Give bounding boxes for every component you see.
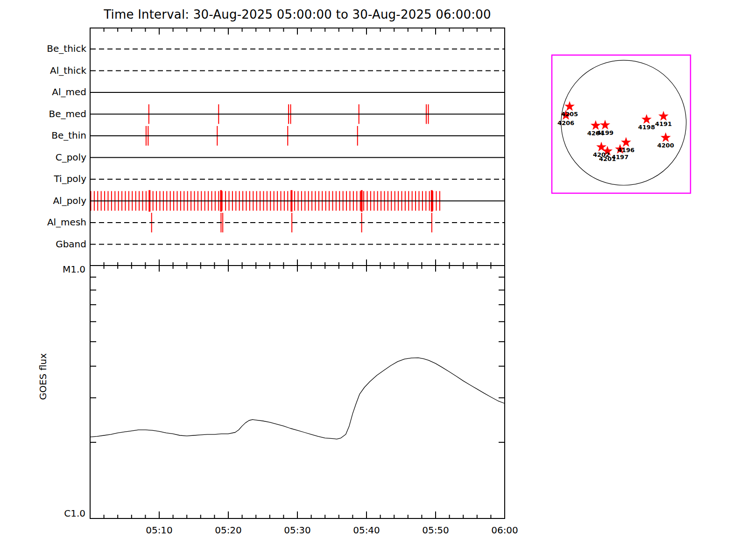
active-region-label-4191: 4191 [655, 120, 672, 127]
filter-row-label-be-thick: Be_thick [47, 43, 86, 54]
filter-row-label-be-med: Be_med [49, 108, 86, 119]
filter-row-label-al-med: Al_med [52, 86, 86, 98]
x-tick-label-0540: 05:40 [353, 525, 380, 536]
active-region-label-4200: 4200 [657, 142, 674, 149]
panel-borders [90, 28, 505, 518]
filter-row-label-gband: Gband [56, 238, 86, 250]
active-region-label-4197: 4197 [612, 153, 628, 160]
filter-row-label-al-poly: Al_poly [53, 195, 86, 206]
x-tick-label-0550: 05:50 [422, 525, 449, 536]
active-region-label-4206: 4206 [557, 119, 574, 126]
goes-y-max-label: M1.0 [63, 264, 85, 275]
x-tick-label-0530: 05:30 [284, 525, 311, 536]
filter-row-label-al-thick: Al_thick [50, 65, 86, 76]
x-tick-label-0520: 05:20 [215, 525, 242, 536]
active-region-star-4198 [641, 114, 652, 124]
filter-row-label-al-mesh: Al_mesh [47, 217, 86, 228]
filter-row-label-c-poly: C_poly [56, 152, 86, 163]
page-title: Time Interval: 30-Aug-2025 05:00:00 to 3… [0, 7, 595, 21]
goes-y-min-label: C1.0 [64, 508, 85, 519]
plot-svg [0, 0, 747, 560]
active-region-label-4196: 4196 [618, 147, 634, 154]
filter-row-label-be-thin: Be_thin [51, 130, 86, 141]
goes-y-axis-title: GOES flux [37, 353, 49, 400]
x-tick-label-0600: 06:00 [491, 525, 518, 536]
filter-row-label-ti-poly: Ti_poly [54, 173, 86, 184]
x-tick-label-0510: 05:10 [146, 525, 173, 536]
active-region-star-4200 [661, 133, 671, 142]
active-region-label-4198: 4198 [638, 123, 655, 130]
active-region-star-4191 [658, 111, 669, 121]
active-region-label-4199: 4199 [597, 129, 613, 136]
active-region-star-4199 [600, 120, 610, 130]
goes-flux-curve [90, 358, 505, 439]
active-region-star-4196 [621, 137, 631, 147]
active-region-star-4204 [591, 120, 601, 130]
axis-ticks [91, 28, 504, 518]
active-region-star-4205 [564, 101, 575, 111]
plot-canvas: Time Interval: 30-Aug-2025 05:00:00 to 3… [0, 0, 747, 560]
active-region-label-4205: 4205 [561, 111, 578, 118]
filter-exposure-ticks [91, 105, 439, 233]
filter-row-lines [91, 49, 504, 245]
goes-flux-line [90, 358, 505, 439]
